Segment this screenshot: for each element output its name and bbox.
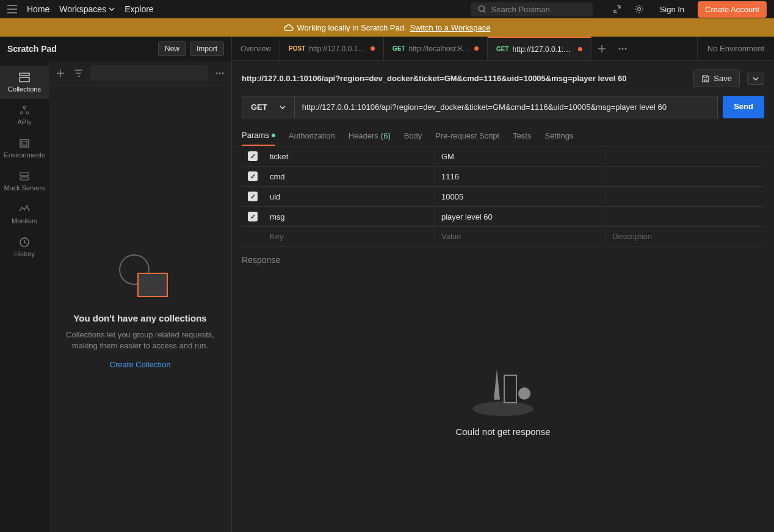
sync-icon[interactable] [610, 2, 624, 16]
param-key[interactable]: cmd [264, 167, 435, 186]
param-row: ✓ cmd 1116 [242, 167, 764, 187]
workspace-title: Scratch Pad [7, 44, 57, 54]
sidebar-label: Monitors [12, 217, 37, 225]
save-button[interactable]: Save [693, 70, 740, 87]
param-value[interactable]: 10005 [435, 187, 606, 206]
svg-point-16 [622, 48, 624, 49]
empty-description: Collections let you group related reques… [61, 329, 219, 351]
svg-rect-7 [20, 140, 29, 147]
svg-rect-19 [504, 375, 516, 403]
params-table: ✓ ticket GM ✓ cmd 1116 ✓ uid 10005 ✓ msg… [232, 146, 774, 246]
param-checkbox[interactable]: ✓ [248, 151, 258, 161]
nav-home[interactable]: Home [27, 4, 49, 14]
scratch-pad-banner: Working locally in Scratch Pad. Switch t… [0, 18, 774, 37]
tab-request-active[interactable]: GEThttp://127.0.0.1:10106, [488, 37, 591, 60]
empty-title: You don't have any collections [73, 313, 206, 323]
response-empty: Could not get response [242, 270, 764, 523]
environment-selector[interactable]: No Environment [697, 37, 774, 60]
param-desc-placeholder[interactable]: Description [606, 227, 764, 246]
tab-request[interactable]: POSThttp://127.0.0.1:10106 [280, 37, 384, 60]
param-checkbox[interactable]: ✓ [248, 192, 258, 201]
sidebar-item-environments[interactable]: Environments [0, 132, 49, 165]
tab-authorization[interactable]: Authorization [289, 126, 335, 146]
svg-point-17 [625, 48, 627, 49]
nav-workspaces[interactable]: Workspaces [59, 4, 115, 14]
new-button[interactable]: New [158, 41, 186, 56]
param-description[interactable] [606, 171, 764, 181]
param-key[interactable]: msg [264, 207, 435, 226]
url-input[interactable]: http://127.0.0.1:10106/api?region=dev_do… [294, 96, 718, 118]
search-input[interactable]: Search Postman [471, 2, 593, 16]
signin-button[interactable]: Sign In [654, 2, 690, 16]
param-key[interactable]: ticket [264, 147, 435, 166]
tab-pre-request[interactable]: Pre-request Script [435, 126, 499, 146]
svg-point-13 [219, 72, 221, 74]
sidebar-item-history[interactable]: History [0, 231, 49, 264]
svg-point-20 [518, 387, 530, 400]
sidebar-item-collections[interactable]: Collections [0, 66, 49, 99]
more-icon[interactable] [213, 70, 226, 77]
param-description[interactable] [606, 151, 764, 161]
import-button[interactable]: Import [190, 41, 224, 56]
top-nav: Home Workspaces Explore Search Postman S… [0, 0, 774, 18]
menu-icon[interactable] [7, 5, 17, 13]
workspace: Scratch Pad New Import Collections APIs … [0, 37, 774, 532]
sidebar-item-mock-servers[interactable]: Mock Servers [0, 165, 49, 198]
settings-icon[interactable] [632, 2, 646, 16]
response-empty-text: Could not get response [455, 426, 550, 437]
tab-params[interactable]: Params [242, 126, 275, 146]
workspace-header: Scratch Pad New Import [0, 37, 231, 61]
search-icon [478, 5, 486, 13]
save-dropdown[interactable] [747, 73, 764, 85]
filter-icon[interactable] [72, 66, 85, 80]
left-column: Scratch Pad New Import Collections APIs … [0, 37, 232, 532]
param-value[interactable]: player level 60 [435, 207, 606, 226]
sidebar-item-apis[interactable]: APIs [0, 99, 49, 132]
tab-request[interactable]: GEThttp://localhost:8081/ [384, 37, 488, 60]
collections-icon [18, 72, 31, 83]
param-checkbox[interactable]: ✓ [248, 212, 258, 221]
tab-tests[interactable]: Tests [513, 126, 531, 146]
tab-more-icon[interactable] [612, 37, 633, 60]
svg-point-12 [216, 72, 218, 74]
workspace-buttons: New Import [158, 41, 224, 56]
create-collection-link[interactable]: Create Collection [110, 360, 171, 369]
create-account-button[interactable]: Create Account [698, 1, 767, 18]
collections-empty-state: You don't have any collections Collectio… [49, 85, 231, 532]
svg-point-14 [222, 72, 224, 74]
svg-point-0 [479, 6, 484, 12]
mock-servers-icon [18, 171, 31, 182]
param-value[interactable]: 1116 [435, 167, 606, 186]
tab-settings[interactable]: Settings [544, 126, 573, 146]
tab-overview[interactable]: Overview [232, 37, 280, 60]
search-placeholder: Search Postman [491, 5, 550, 14]
add-icon[interactable] [54, 66, 67, 80]
chevron-down-icon [280, 106, 286, 109]
sidebar-item-monitors[interactable]: Monitors [0, 198, 49, 231]
svg-rect-8 [22, 142, 27, 145]
param-value[interactable]: GM [435, 147, 606, 166]
param-checkbox[interactable]: ✓ [248, 171, 258, 181]
param-description[interactable] [606, 192, 764, 201]
param-row: ✓ ticket GM [242, 146, 764, 167]
tab-headers[interactable]: Headers (6) [349, 126, 391, 146]
empty-illustration [113, 248, 168, 303]
send-button[interactable]: Send [723, 96, 764, 118]
nav-explore[interactable]: Explore [125, 4, 153, 14]
param-key-placeholder[interactable]: Key [264, 227, 435, 246]
workspace-body: Collections APIs Environments Mock Serve… [0, 61, 231, 532]
param-row: ✓ msg player level 60 [242, 207, 764, 227]
top-right: Sign In Create Account [610, 1, 767, 18]
response-title: Response [242, 255, 764, 265]
svg-point-15 [619, 48, 621, 49]
svg-point-4 [23, 106, 26, 109]
rocket-illustration [466, 357, 540, 418]
switch-workspace-link[interactable]: Switch to a Workspace [410, 23, 490, 32]
param-description[interactable] [606, 212, 764, 221]
method-selector[interactable]: GET [242, 96, 294, 118]
param-key[interactable]: uid [264, 187, 435, 206]
new-tab-button[interactable] [591, 37, 612, 60]
filter-input[interactable] [90, 65, 208, 81]
tab-body[interactable]: Body [404, 126, 422, 146]
param-value-placeholder[interactable]: Value [435, 227, 606, 246]
